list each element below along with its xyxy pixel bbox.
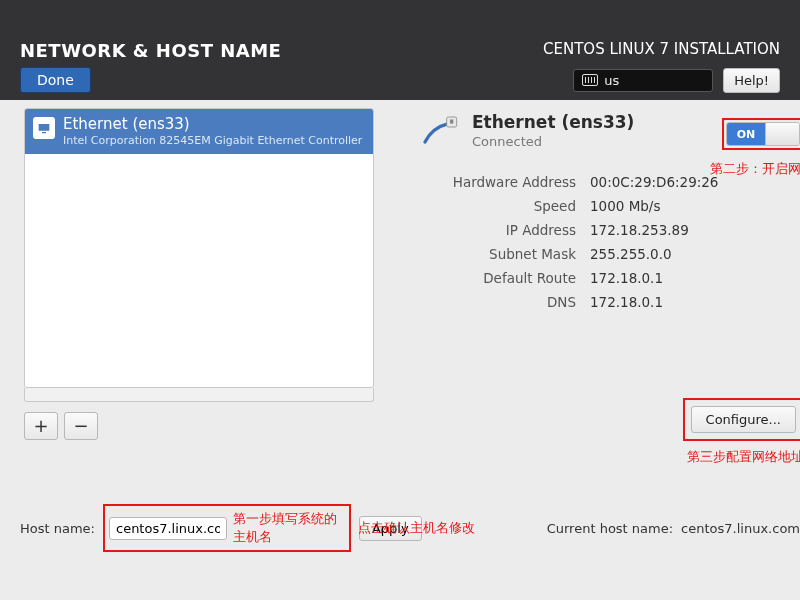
ethernet-icon bbox=[33, 117, 55, 139]
hostname-row: Host name: 第一步填写系统的主机名 Apply 点击确认主机名修改 C… bbox=[20, 504, 800, 552]
done-button[interactable]: Done bbox=[20, 67, 91, 93]
annotation-step2: 第二步：开启网卡 bbox=[710, 160, 800, 178]
ethernet-plug-icon bbox=[420, 112, 460, 152]
detail-row: DNS 172.18.0.1 bbox=[400, 294, 800, 310]
interface-title: Ethernet (ens33) bbox=[472, 112, 634, 132]
interface-item-name: Ethernet (ens33) bbox=[63, 115, 365, 134]
annotation-box-step2: ON bbox=[722, 118, 800, 150]
hostname-input[interactable] bbox=[109, 517, 227, 540]
page-title: NETWORK & HOST NAME bbox=[20, 40, 281, 61]
toggle-on-label: ON bbox=[727, 123, 765, 145]
current-hostname-label: Current host name: bbox=[547, 521, 673, 536]
detail-row: Default Route 172.18.0.1 bbox=[400, 270, 800, 286]
keyboard-layout-indicator[interactable]: us bbox=[573, 69, 713, 92]
hostname-label: Host name: bbox=[20, 521, 95, 536]
horizontal-scrollbar[interactable] bbox=[24, 388, 374, 402]
detail-row: Speed 1000 Mb/s bbox=[400, 198, 800, 214]
product-title: CENTOS LINUX 7 INSTALLATION bbox=[543, 40, 780, 58]
remove-interface-button[interactable]: − bbox=[64, 412, 98, 440]
interface-list[interactable]: Ethernet (ens33) Intel Corporation 82545… bbox=[24, 108, 374, 388]
interface-item-ens33[interactable]: Ethernet (ens33) Intel Corporation 82545… bbox=[25, 109, 373, 154]
interface-details: Hardware Address 00:0C:29:D6:29:26 Speed… bbox=[400, 174, 800, 310]
toggle-knob bbox=[765, 123, 799, 145]
annotation-box-step1: 第一步填写系统的主机名 bbox=[103, 504, 351, 552]
detail-row: Subnet Mask 255.255.0.0 bbox=[400, 246, 800, 262]
content-area: Ethernet (ens33) Intel Corporation 82545… bbox=[0, 100, 800, 600]
interface-list-panel: Ethernet (ens33) Intel Corporation 82545… bbox=[24, 108, 374, 440]
help-button[interactable]: Help! bbox=[723, 68, 780, 93]
interface-item-subtitle: Intel Corporation 82545EM Gigabit Ethern… bbox=[63, 134, 365, 148]
current-hostname-value: centos7.linux.com bbox=[681, 521, 800, 536]
apply-hostname-button[interactable]: Apply bbox=[359, 516, 422, 541]
interface-status: Connected bbox=[472, 134, 634, 149]
keyboard-icon bbox=[582, 74, 598, 86]
configure-button[interactable]: Configure... bbox=[691, 406, 796, 433]
annotation-box-step3: Configure... bbox=[683, 398, 800, 441]
annotation-step1: 第一步填写系统的主机名 bbox=[233, 510, 343, 546]
keyboard-layout-label: us bbox=[604, 73, 619, 88]
interface-toggle[interactable]: ON bbox=[726, 122, 800, 146]
svg-rect-1 bbox=[450, 120, 453, 124]
detail-row: IP Address 172.18.253.89 bbox=[400, 222, 800, 238]
annotation-step3: 第三步配置网络地址 bbox=[687, 448, 800, 466]
interface-detail-panel: Ethernet (ens33) Connected ON 第二步：开启网卡 H… bbox=[400, 108, 800, 318]
top-bar: NETWORK & HOST NAME CENTOS LINUX 7 INSTA… bbox=[0, 0, 800, 100]
add-interface-button[interactable]: + bbox=[24, 412, 58, 440]
